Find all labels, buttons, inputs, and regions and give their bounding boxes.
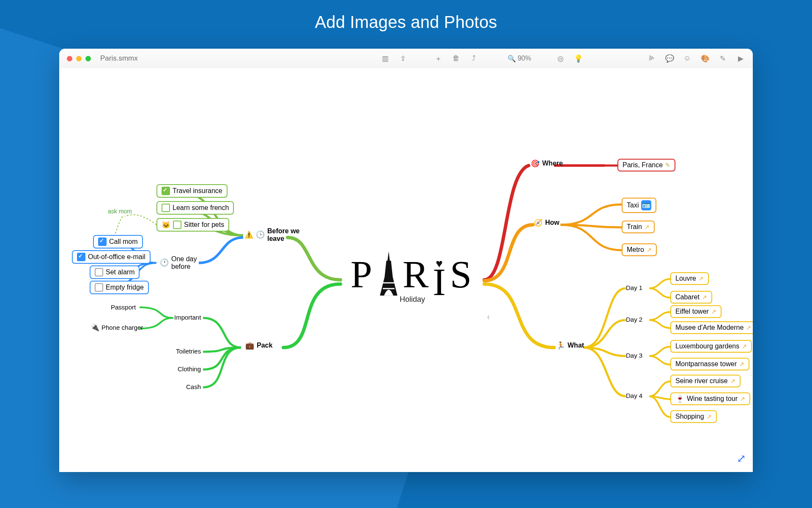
external-link-icon[interactable]: ↗	[707, 413, 712, 420]
central-topic[interactable]: P R ♥I S Holiday	[338, 250, 486, 304]
leaf-label: Train	[627, 223, 642, 231]
cat-icon: 🐱	[162, 221, 170, 229]
node-day-2[interactable]: Day 2	[626, 316, 642, 323]
branch-one-day-before[interactable]: 🕐 One day before	[160, 255, 209, 270]
node-paris-france[interactable]: Paris, France ✎	[617, 159, 675, 171]
branch-how[interactable]: 🧭 How	[534, 219, 560, 226]
collapse-toggle-icon[interactable]: ⨞	[486, 314, 489, 320]
checkbox[interactable]	[95, 268, 103, 276]
node-eiffel[interactable]: Eiffel tower↗	[670, 305, 721, 318]
node-montparnasse[interactable]: Montparnasse tower↗	[670, 358, 749, 370]
node-train[interactable]: Train ↗	[622, 221, 655, 233]
node-call-mom[interactable]: Call mom	[93, 235, 143, 248]
node-luxembourg[interactable]: Luxembourg gardens↗	[670, 340, 752, 353]
zoom-control[interactable]: 🔍 90%	[503, 55, 535, 63]
external-link-icon[interactable]: ↗	[740, 395, 745, 402]
node-shopping[interactable]: Shopping↗	[670, 410, 717, 423]
node-learn-french[interactable]: Learn some french	[156, 201, 234, 215]
checkbox[interactable]	[77, 253, 85, 261]
share-up-icon[interactable]: ⇪	[397, 52, 409, 65]
checkbox[interactable]	[162, 204, 170, 212]
filename: Paris.smmx	[100, 54, 138, 63]
node-phone-charger[interactable]: 🔌Phone charger	[91, 324, 143, 331]
minimize-button[interactable]	[76, 56, 82, 61]
node-travel-insurance[interactable]: Travel insurance	[156, 184, 228, 198]
node-cash[interactable]: Cash	[186, 383, 201, 390]
format-icon[interactable]: ✎	[716, 52, 729, 65]
external-link-icon[interactable]: ↗	[739, 361, 744, 367]
titlebar: Paris.smmx ▥ ⇪ ＋ 🗑 ⤴ 🔍 90% ◎ 💡 ⫸ 💬 ☺ 🎨 ✎…	[59, 49, 753, 69]
node-day-1[interactable]: Day 1	[626, 284, 642, 291]
external-link-icon[interactable]: ↗	[699, 275, 704, 282]
branch-pack[interactable]: 💼 Pack	[245, 342, 272, 349]
leaf-label: Metro	[627, 246, 644, 254]
comment-icon[interactable]: 💬	[663, 52, 676, 65]
plug-icon: 🔌	[91, 324, 99, 331]
paris-title: P R ♥I S	[338, 250, 486, 297]
plus-icon[interactable]: ＋	[432, 52, 445, 65]
warning-icon: ⚠️	[244, 231, 253, 238]
fullscreen-button[interactable]	[85, 56, 91, 61]
node-day-4[interactable]: Day 4	[626, 392, 642, 399]
node-sitter-pets[interactable]: 🐱Sitter for pets	[156, 218, 229, 232]
how-label: How	[545, 219, 560, 226]
trash-icon[interactable]: 🗑	[450, 52, 463, 65]
lightbulb-icon[interactable]: 💡	[572, 52, 584, 65]
node-important[interactable]: Important	[174, 314, 201, 321]
present-icon[interactable]: ▶	[734, 52, 747, 65]
checkbox[interactable]	[173, 221, 181, 229]
slider-icon[interactable]: ⫸	[645, 52, 658, 65]
node-toiletries[interactable]: Toiletries	[176, 348, 201, 355]
node-day-3[interactable]: Day 3	[626, 352, 642, 359]
leaf-label: Taxi	[627, 202, 639, 209]
external-link-icon[interactable]: ↗	[647, 246, 652, 253]
wine-icon: 🍷	[675, 395, 684, 403]
node-wine[interactable]: 🍷Wine tasting tour↗	[670, 392, 750, 405]
external-link-icon[interactable]: ↗	[746, 324, 751, 331]
node-set-alarm[interactable]: Set alarm	[90, 265, 140, 279]
close-button[interactable]	[67, 56, 72, 61]
traffic-lights	[67, 56, 91, 61]
node-cabaret[interactable]: Cabaret↗	[670, 291, 712, 304]
where-label: Where	[542, 160, 563, 167]
mindmap-canvas[interactable]: P R ♥I S Holiday ⨞ 🎯 Where	[59, 68, 753, 472]
node-clothing[interactable]: Clothing	[178, 365, 201, 373]
palette-icon[interactable]: 🎨	[699, 52, 711, 65]
emoji-icon[interactable]: ☺	[681, 52, 694, 65]
page-title: Add Images and Photos	[0, 13, 812, 32]
external-link-icon[interactable]: ↗	[702, 294, 707, 301]
note-icon[interactable]: ✎	[665, 162, 670, 168]
eiffel-tower-icon	[376, 250, 401, 297]
branch-where[interactable]: 🎯 Where	[531, 160, 563, 167]
note-ask-mom[interactable]: ask mom	[108, 208, 132, 215]
node-empty-fridge[interactable]: Empty fridge	[90, 281, 149, 294]
node-louvre[interactable]: Louvre↗	[670, 272, 709, 285]
node-out-of-office[interactable]: Out-of-office e-mail	[72, 250, 151, 264]
leaf-label: Paris, France	[623, 161, 663, 169]
branch-what[interactable]: 🏃 What	[556, 342, 584, 349]
external-link-icon[interactable]: ↗	[645, 224, 650, 230]
clock-icon: 🕐	[160, 259, 169, 266]
app-window: Paris.smmx ▥ ⇪ ＋ 🗑 ⤴ 🔍 90% ◎ 💡 ⫸ 💬 ☺ 🎨 ✎…	[59, 49, 753, 472]
node-metro[interactable]: Metro ↗	[622, 243, 657, 256]
node-passport[interactable]: Passport	[111, 304, 136, 311]
panel-icon[interactable]: ▥	[379, 52, 392, 65]
briefcase-icon: 💼	[245, 342, 254, 349]
branch-before-we-leave[interactable]: ⚠️ 🕒 Before we leave	[244, 227, 314, 242]
node-taxi[interactable]: Taxi 🪪	[622, 198, 656, 213]
clock-icon: 🕒	[256, 231, 265, 238]
zoom-icon: 🔍	[508, 55, 516, 63]
external-link-icon[interactable]: ↗	[711, 308, 716, 315]
fullscreen-expand-icon[interactable]: ⤢	[737, 452, 746, 465]
external-link-icon[interactable]: ↗	[730, 378, 735, 384]
focus-icon[interactable]: ◎	[554, 52, 567, 65]
checkbox[interactable]	[98, 237, 107, 246]
external-link-icon[interactable]: ↗	[742, 343, 747, 350]
checkbox[interactable]	[95, 283, 103, 292]
node-musee[interactable]: Musee d'Arte Moderne↗	[670, 321, 753, 334]
share-icon[interactable]: ⤴	[468, 52, 480, 65]
runner-icon: 🏃	[556, 342, 565, 349]
node-seine[interactable]: Seine river cruise↗	[670, 375, 741, 387]
checkbox[interactable]	[162, 187, 170, 195]
zoom-value: 90%	[518, 55, 531, 62]
